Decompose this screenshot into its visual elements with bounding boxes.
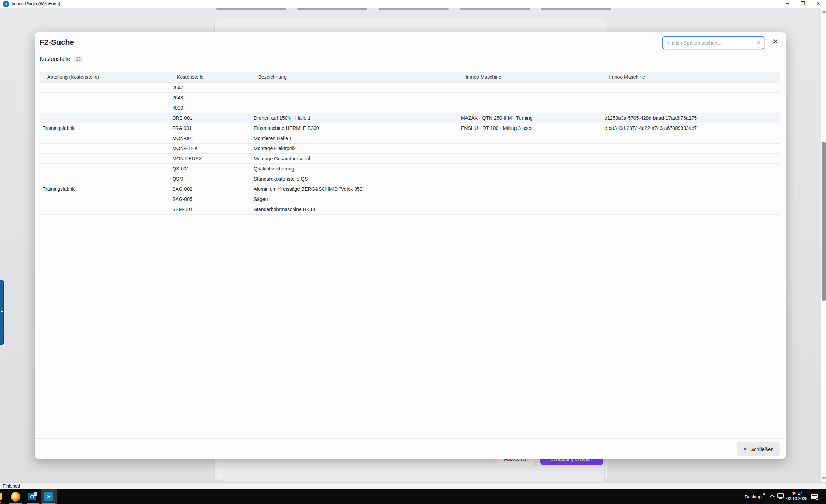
outlook-icon: O ✓ (28, 492, 37, 501)
window-scrollbar[interactable] (821, 8, 826, 482)
section-label: Kostenstelle (40, 56, 70, 62)
table-row[interactable]: SBM-001 Ständerbohrmaschine BK33 (40, 204, 780, 214)
f2-search-dialog: F2-Suche × ✕ Kostenstelle 13 Abteilung (… (35, 32, 786, 459)
table-row[interactable]: QS-001 Qualitätssicherung (40, 163, 780, 174)
status-bar: Finished (0, 482, 826, 489)
table-row[interactable]: MON-ELEK Montage Elektronik (40, 143, 780, 153)
imnoo-icon: » (44, 492, 53, 501)
table-row[interactable]: DRE-001 Drehen auf 150N - Halle 1 MAZAK … (40, 113, 780, 123)
action-center-icon[interactable] (811, 494, 818, 499)
search-box: × (662, 36, 764, 49)
stepper-bar (216, 8, 286, 10)
search-input[interactable] (666, 37, 750, 49)
row-count-badge: 13 (74, 56, 83, 62)
table-header-row: Abteilung (Kostenstelle) Kostenstelle Be… (40, 72, 780, 82)
clear-search-icon[interactable]: × (757, 40, 760, 46)
col-header-kostenstelle[interactable]: Kostenstelle (170, 72, 251, 82)
window-titlebar: » Imnoo Plugin (WebForm) – ❐ ✕ (0, 0, 826, 8)
table-row[interactable]: 2648 (40, 92, 780, 103)
results-table: Abteilung (Kostenstelle) Kostenstelle Be… (40, 72, 780, 215)
dialog-close-icon[interactable]: ✕ (772, 37, 778, 46)
table-row[interactable]: MON-001 Montieren Halle 1 (40, 133, 780, 143)
taskbar-firefox-button[interactable] (8, 489, 23, 504)
scroll-down-icon[interactable] (822, 477, 826, 480)
pinned-app-edge-icon[interactable] (0, 493, 2, 500)
restore-button[interactable]: ❐ (795, 0, 811, 8)
table-row[interactable]: QSM Standardkostenstelle QS (40, 174, 780, 184)
toolbar-overflow-icon[interactable]: » (763, 491, 765, 496)
table-row[interactable]: Trainingsfabrik SAG-002 Aluminium-Kreiss… (40, 184, 780, 194)
pinned-app-edge-icon[interactable] (0, 501, 1, 503)
col-header-bezeichnung[interactable]: Bezeichnung (251, 72, 458, 82)
col-header-imnoo-maschine-1[interactable]: Imnoo Maschine (458, 72, 602, 82)
table-row[interactable]: 4000 (40, 103, 780, 113)
table-row[interactable]: MON-PERSX Montage Gesamtpersonal (40, 153, 780, 163)
dialog-title: F2-Suche (40, 38, 74, 47)
taskbar: O ✓ » Desktop » 09:47 02.10.2025 (0, 489, 826, 504)
hamburger-icon (1, 310, 3, 315)
tray-expand-icon[interactable] (770, 494, 775, 499)
status-text: Finished (3, 483, 20, 489)
col-header-abteilung[interactable]: Abteilung (Kostenstelle) (40, 72, 170, 82)
screen: » Imnoo Plugin (WebForm) – ❐ ✕ Artikelde… (0, 0, 826, 504)
network-icon[interactable] (777, 493, 784, 498)
table-row[interactable]: 2647 (40, 82, 780, 92)
close-window-button[interactable]: ✕ (811, 0, 826, 8)
taskbar-outlook-button[interactable]: O ✓ (25, 489, 41, 504)
window-title: Imnoo Plugin (WebForm) (12, 1, 60, 6)
dialog-header: F2-Suche × ✕ (35, 32, 786, 53)
minimize-button[interactable]: – (780, 0, 795, 8)
stepper-bar (541, 8, 611, 10)
close-icon: ✕ (743, 446, 747, 452)
table-row[interactable]: SAG-005 Sägen (40, 194, 780, 204)
scroll-up-icon[interactable] (822, 10, 826, 13)
scrollbar-thumb[interactable] (822, 142, 826, 301)
desktop-toolbar[interactable]: Desktop (745, 494, 762, 499)
stepper-bar (379, 8, 449, 10)
dialog-footer: ✕ Schließen (35, 438, 786, 459)
stepper-bar (298, 8, 368, 10)
table-row[interactable]: Trainingsfabrik FRA-001 Fräsmaschine HER… (40, 123, 780, 133)
stepper-bar (460, 8, 530, 10)
imnoo-app-icon: » (4, 1, 9, 7)
col-header-imnoo-maschine-2[interactable]: Imnoo Maschine (602, 72, 780, 82)
side-panel-handle[interactable] (0, 280, 4, 345)
taskbar-imnoo-button[interactable]: » (41, 489, 57, 504)
firefox-icon (11, 492, 20, 502)
close-dialog-button[interactable]: ✕ Schließen (737, 442, 780, 456)
taskbar-clock[interactable]: 09:47 02.10.2025 (786, 491, 808, 501)
